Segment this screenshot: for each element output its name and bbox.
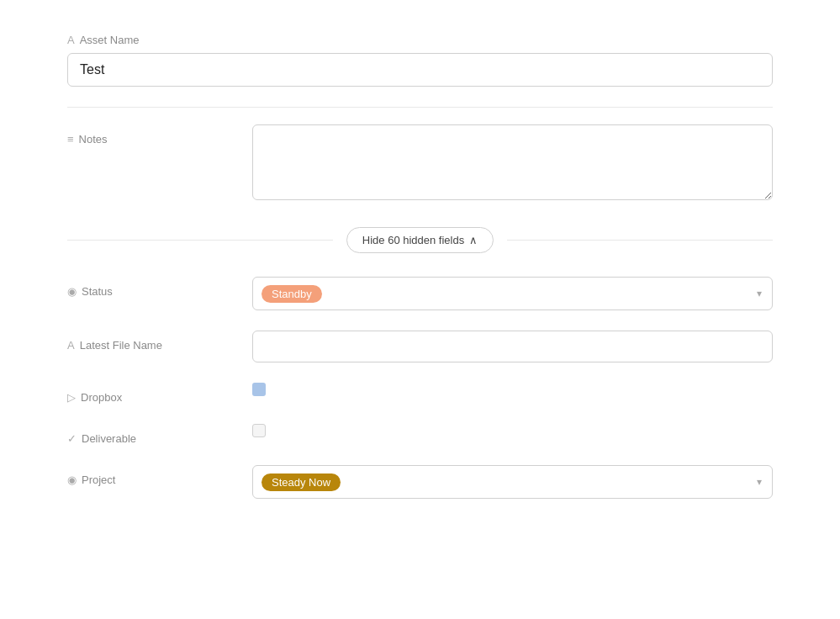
dropbox-label: ▷ Dropbox [67,383,252,404]
status-select[interactable]: Standby ▾ [252,277,773,310]
project-badge: Steady Now [262,474,341,491]
status-icon: ◉ [67,285,77,298]
hide-hidden-fields-button[interactable]: Hide 60 hidden fields ∧ [346,227,494,253]
status-label: ◉ Status [67,277,252,298]
divider-1 [67,107,773,108]
asset-name-label: A Asset Name [67,34,773,46]
deliverable-label-text: Deliverable [82,432,136,445]
page-container: A Asset Name ≡ Notes Hide 60 hidden fiel… [0,0,840,553]
project-label: ◉ Project [67,465,252,486]
hidden-fields-line-left [67,240,333,241]
project-chevron-down-icon: ▾ [757,476,762,488]
project-icon: ◉ [67,474,77,486]
project-select[interactable]: Steady Now ▾ [252,465,773,499]
notes-label-text: Notes [79,133,108,145]
deliverable-group: ✓ Deliverable [67,424,773,445]
status-group: ◉ Status Standby ▾ [67,277,773,310]
asset-name-icon: A [67,34,75,46]
dropbox-label-text: Dropbox [81,391,122,404]
latest-file-name-control [252,331,773,362]
dropbox-group: ▷ Dropbox [67,383,773,404]
latest-file-name-group: A Latest File Name [67,331,773,362]
deliverable-label: ✓ Deliverable [67,424,252,445]
notes-control [252,124,773,204]
notes-group: ≡ Notes [67,124,773,204]
asset-name-label-text: Asset Name [80,34,140,46]
latest-file-name-input[interactable] [252,331,773,362]
asset-name-input[interactable] [67,53,773,87]
project-group: ◉ Project Steady Now ▾ [67,465,773,499]
status-control: Standby ▾ [252,277,773,310]
deliverable-icon: ✓ [67,432,77,445]
hide-hidden-fields-label: Hide 60 hidden fields [362,234,464,246]
hidden-fields-bar: Hide 60 hidden fields ∧ [67,227,773,253]
status-badge: Standby [262,285,322,303]
asset-name-group: A Asset Name [67,34,773,87]
notes-textarea[interactable] [252,124,773,200]
project-control: Steady Now ▾ [252,465,773,499]
notes-icon: ≡ [67,133,74,145]
chevron-up-icon: ∧ [469,234,478,246]
notes-label: ≡ Notes [67,124,252,145]
project-label-text: Project [82,474,115,486]
deliverable-control [252,424,773,441]
deliverable-checkbox[interactable] [252,424,266,437]
latest-file-name-label: A Latest File Name [67,331,252,352]
hidden-fields-line-right [507,240,773,241]
latest-file-name-icon: A [67,339,75,352]
dropbox-icon: ▷ [67,391,76,404]
latest-file-name-label-text: Latest File Name [80,339,162,352]
status-label-text: Status [82,285,113,298]
dropbox-control [252,383,773,399]
dropbox-checkbox[interactable] [252,383,266,396]
status-chevron-down-icon: ▾ [757,288,762,299]
